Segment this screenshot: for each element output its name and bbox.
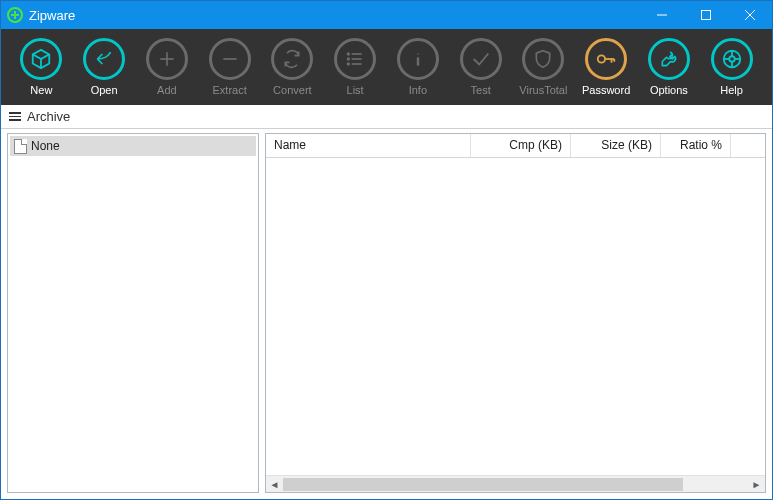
tree-item-label: None	[31, 139, 60, 153]
password-button[interactable]: Password	[582, 38, 631, 96]
toolbar-label-password: Password	[582, 84, 630, 96]
scroll-left-arrow[interactable]: ◄	[266, 476, 283, 492]
titlebar: Zipware	[1, 1, 772, 29]
list-body	[266, 158, 765, 475]
toolbar-label-list: List	[347, 84, 364, 96]
column-header-ratio[interactable]: Ratio %	[661, 134, 731, 157]
breadcrumb-label: Archive	[27, 109, 70, 124]
tree-pane: None	[7, 133, 259, 493]
toolbar-label-help: Help	[720, 84, 743, 96]
app-title: Zipware	[29, 8, 75, 23]
column-header-name[interactable]: Name	[266, 134, 471, 157]
scroll-right-arrow[interactable]: ►	[748, 476, 765, 492]
options-button[interactable]: Options	[645, 38, 694, 96]
breadcrumb: Archive	[1, 105, 772, 129]
svg-point-20	[729, 56, 735, 62]
svg-point-11	[348, 58, 350, 60]
svg-rect-1	[702, 11, 711, 20]
svg-point-10	[348, 53, 350, 55]
file-icon	[14, 139, 27, 154]
toolbar-label-test: Test	[471, 84, 491, 96]
open-button[interactable]: Open	[80, 38, 129, 96]
tree-item-none[interactable]: None	[10, 136, 256, 156]
toolbar-label-convert: Convert	[273, 84, 312, 96]
help-button[interactable]: Help	[707, 38, 756, 96]
app-icon	[7, 7, 23, 23]
list-button: List	[331, 38, 380, 96]
toolbar-label-info: Info	[409, 84, 427, 96]
test-button: Test	[456, 38, 505, 96]
menu-icon[interactable]	[9, 112, 21, 121]
convert-button: Convert	[268, 38, 317, 96]
add-button: Add	[143, 38, 192, 96]
svg-point-12	[348, 63, 350, 65]
list-pane: Name Cmp (KB) Size (KB) Ratio % ◄ ►	[265, 133, 766, 493]
toolbar-label-new: New	[30, 84, 52, 96]
column-header-size[interactable]: Size (KB)	[571, 134, 661, 157]
virustotal-button: VirusTotal	[519, 38, 568, 96]
minimize-button[interactable]	[640, 1, 684, 29]
toolbar-label-open: Open	[91, 84, 118, 96]
column-header-cmp[interactable]: Cmp (KB)	[471, 134, 571, 157]
list-header: Name Cmp (KB) Size (KB) Ratio %	[266, 134, 765, 158]
toolbar-label-virustotal: VirusTotal	[519, 84, 567, 96]
scroll-track[interactable]	[283, 476, 748, 492]
main-split: None Name Cmp (KB) Size (KB) Ratio % ◄ ►	[1, 129, 772, 499]
horizontal-scrollbar[interactable]: ◄ ►	[266, 475, 765, 492]
extract-button: Extract	[205, 38, 254, 96]
svg-point-13	[417, 53, 419, 55]
toolbar-label-add: Add	[157, 84, 177, 96]
toolbar-label-extract: Extract	[213, 84, 247, 96]
toolbar-label-options: Options	[650, 84, 688, 96]
svg-point-15	[598, 55, 605, 62]
info-button: Info	[394, 38, 443, 96]
toolbar: New Open Add Extract Convert List Info T…	[1, 29, 772, 105]
maximize-button[interactable]	[684, 1, 728, 29]
new-button[interactable]: New	[17, 38, 66, 96]
scroll-thumb[interactable]	[283, 478, 683, 491]
close-button[interactable]	[728, 1, 772, 29]
